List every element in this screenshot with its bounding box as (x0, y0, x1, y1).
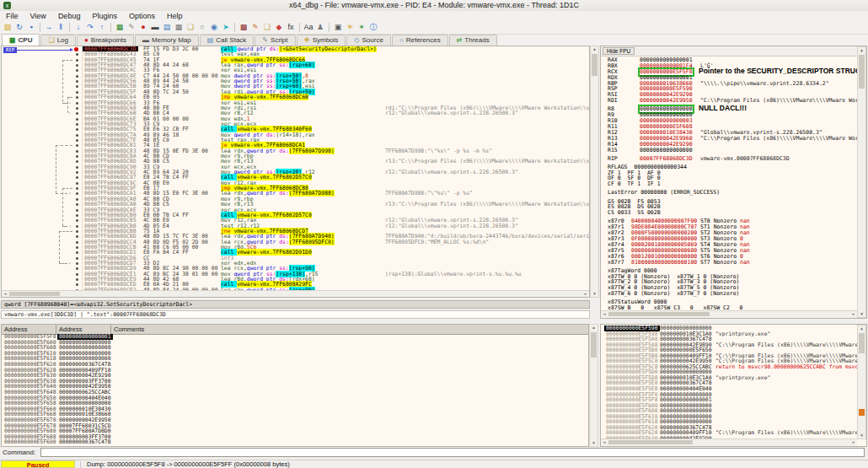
tab-source[interactable]: ◇Source (346, 35, 391, 46)
menu-help[interactable]: Help (161, 11, 189, 21)
scroll-thumb[interactable] (608, 312, 710, 316)
step-over-icon[interactable]: ↷ (84, 22, 96, 33)
row-dot-icon[interactable] (76, 166, 78, 169)
register-text-row[interactable]: LastError 00000000 (ERROR_SUCCESS) (601, 190, 857, 196)
stack-hscrollbar[interactable]: ◄ ► (601, 438, 857, 446)
symbols-icon[interactable]: ❏ (185, 22, 196, 33)
row-dot-icon[interactable] (76, 257, 78, 260)
menu-file[interactable]: File (0, 11, 24, 21)
dump-panel[interactable]: Address Address Comments 0000000000E5F5F… (1, 324, 589, 447)
calculator-icon[interactable]: ▩ (238, 22, 249, 33)
scroll-up-icon[interactable]: ▲ (590, 325, 597, 331)
hide-fpu-button[interactable]: Hide FPU (603, 47, 635, 55)
cpu-window-icon[interactable]: ▦ (114, 22, 126, 33)
row-dot-icon[interactable] (76, 278, 78, 281)
settings-icon[interactable]: ▣ (332, 22, 344, 33)
row-dot-icon[interactable] (76, 91, 78, 94)
memory-map-icon[interactable]: ▦ (173, 22, 185, 33)
stack-vscrollbar[interactable]: ▲ ▼ (857, 325, 866, 439)
row-dot-icon[interactable] (76, 198, 78, 201)
circle-icon[interactable]: ○ (196, 22, 208, 33)
row-dot-icon[interactable] (76, 209, 78, 212)
row-dot-icon[interactable] (76, 283, 78, 286)
row-dot-icon[interactable] (76, 128, 78, 131)
row-dot-icon[interactable] (76, 267, 78, 270)
register-text-row[interactable]: x87TW_6 0 (Nonzero) x87TW_7 0 (Nonzero) (601, 291, 857, 297)
scroll-left-icon[interactable]: ◄ (601, 439, 608, 445)
row-dot-icon[interactable] (76, 182, 78, 185)
row-dot-icon[interactable] (76, 53, 78, 56)
scroll-left-icon[interactable]: ◄ (2, 291, 8, 297)
scroll-down-icon[interactable]: ▼ (590, 440, 597, 446)
user-icon[interactable]: ♟ (314, 22, 326, 33)
scroll-thumb[interactable] (591, 332, 597, 358)
open-file-icon[interactable]: ▨ (2, 22, 13, 33)
restart-icon[interactable]: ↻ (13, 22, 25, 33)
row-dot-icon[interactable] (76, 102, 78, 105)
scroll-up-icon[interactable]: ▲ (858, 325, 865, 331)
scroll-thumb[interactable] (9, 292, 60, 296)
tab-symbols[interactable]: ❖Symbols (297, 35, 346, 46)
row-dot-icon[interactable] (76, 187, 78, 190)
row-dot-icon[interactable] (76, 123, 78, 126)
breakpoint-icon[interactable]: ● (137, 22, 149, 33)
search-icon[interactable]: ◉ (208, 22, 220, 33)
run-icon[interactable]: → (43, 22, 55, 33)
row-dot-icon[interactable] (76, 96, 78, 99)
step-into-icon[interactable]: ↓ (72, 22, 84, 33)
eraser-icon[interactable]: ◆ (273, 22, 285, 33)
row-dot-icon[interactable] (76, 80, 78, 83)
menu-options[interactable]: Options (123, 11, 161, 21)
register-row-rdi[interactable]: RDI00000000042E9950"C:\\Program Files (x… (601, 98, 857, 104)
step-out-icon[interactable]: ↑ (96, 22, 108, 33)
row-dot-icon[interactable] (76, 85, 78, 88)
command-input[interactable] (40, 448, 865, 457)
row-dot-icon[interactable] (76, 246, 78, 249)
scroll-right-icon[interactable]: ► (850, 439, 857, 445)
row-dot-icon[interactable] (76, 230, 78, 233)
row-dot-icon[interactable] (76, 112, 78, 115)
row-dot-icon[interactable] (76, 75, 78, 78)
registers-panel[interactable]: Hide FPU RAX0000000000000001RBX000000000… (600, 46, 867, 319)
register-row-rip[interactable]: RIP00007FF68068DC3Dvmware-vmx.00007FF680… (601, 156, 857, 162)
register-text-row[interactable]: CS 0033 SS 002B (601, 210, 857, 216)
row-dot-icon[interactable] (76, 273, 78, 276)
stop-icon[interactable]: ▪ (25, 22, 37, 33)
row-dot-icon[interactable] (76, 219, 78, 222)
row-dot-icon[interactable] (76, 235, 78, 238)
disassembly-panel[interactable]: 00007FF68068DC3DFF 15 FD D3 2C 00call qw… (1, 46, 590, 298)
tab-cpu[interactable]: ▦CPU (2, 34, 40, 46)
patch-icon[interactable]: ✎ (249, 22, 261, 33)
row-dot-icon[interactable] (76, 64, 78, 67)
edit-script-icon[interactable]: ✎ (126, 22, 137, 33)
scroll-left-icon[interactable]: ◄ (601, 311, 608, 317)
dump-col-header-comments[interactable]: Comments (111, 325, 588, 334)
scroll-down-icon[interactable]: ▼ (858, 311, 865, 317)
row-dot-icon[interactable] (76, 214, 78, 217)
row-dot-icon[interactable] (76, 203, 78, 206)
row-dot-icon[interactable] (76, 144, 78, 147)
scroll-right-icon[interactable]: ► (850, 311, 857, 317)
fx-icon[interactable]: fx (285, 22, 297, 33)
row-dot-icon[interactable] (76, 251, 78, 254)
row-dot-icon[interactable] (76, 107, 78, 110)
register-row-r15[interactable]: R150000000000000000 (601, 148, 857, 153)
lightbulb-icon[interactable]: ☀ (344, 22, 356, 33)
row-dot-icon[interactable] (76, 118, 78, 121)
registers-vscrollbar[interactable]: ▲ ▼ (857, 46, 866, 318)
row-dot-icon[interactable] (76, 262, 78, 265)
scroll-thumb[interactable] (592, 54, 597, 76)
row-dot-icon[interactable] (76, 225, 78, 228)
register-row-x87r7[interactable]: x87r781000000000000000100ST7 Nonzeronan (601, 260, 857, 266)
menu-debug[interactable]: Debug (52, 11, 87, 21)
tab-threads[interactable]: ⇄Threads (449, 35, 497, 46)
scroll-thumb[interactable] (859, 333, 865, 353)
scroll-right-icon[interactable]: ► (582, 291, 589, 297)
row-dot-icon[interactable] (76, 241, 78, 244)
favourites-icon[interactable]: ➤ (220, 22, 232, 33)
registers-hscrollbar[interactable]: ◄ ► (601, 310, 857, 318)
row-dot-icon[interactable] (76, 139, 78, 142)
font-icon[interactable]: Aa (303, 22, 314, 33)
tab-script[interactable]: ✎Script (255, 35, 295, 46)
scroll-up-icon[interactable]: ▲ (591, 46, 598, 52)
